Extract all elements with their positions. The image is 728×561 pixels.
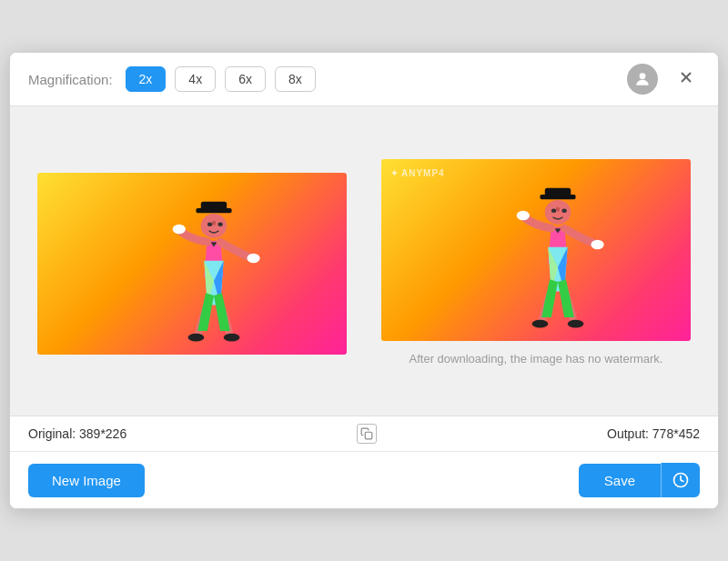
save-history-button[interactable] [661,463,700,497]
svg-point-11 [247,254,259,264]
output-subtext: After downloading, the image has no wate… [381,350,691,368]
original-panel [28,128,356,399]
mag-btn-4x[interactable]: 4x [175,66,216,92]
original-dimensions: Original: 389*226 [28,426,126,441]
svg-point-22 [591,240,603,250]
svg-point-24 [568,320,584,328]
svg-point-17 [551,209,556,213]
svg-point-6 [207,222,212,225]
svg-point-5 [201,214,227,238]
copy-button[interactable] [357,424,377,444]
watermark: ✦ ANYMP4 [390,168,445,178]
svg-point-10 [173,225,186,235]
history-icon [672,472,689,488]
person-icon [633,70,652,88]
save-button[interactable]: Save [579,464,661,497]
svg-rect-19 [556,207,560,211]
svg-point-21 [517,211,530,221]
svg-point-12 [188,334,205,342]
output-dimensions: Output: 778*452 [607,426,700,441]
mag-btn-2x[interactable]: 2x [126,66,167,92]
svg-point-0 [640,73,646,79]
svg-point-18 [561,209,566,213]
output-image: ✦ ANYMP4 [381,159,691,341]
close-icon [678,69,694,85]
svg-point-16 [545,200,571,225]
watermark-icon: ✦ [390,168,399,178]
dancer-output [503,186,612,332]
output-panel: ✦ ANYMP4 [372,128,700,399]
main-content: ✦ ANYMP4 [10,106,718,416]
original-image [37,173,347,355]
svg-rect-15 [545,188,571,198]
magnification-label: Magnification: [28,72,113,87]
watermark-label: ANYMP4 [401,168,445,178]
svg-point-7 [217,222,222,225]
header: Magnification: 2x 4x 6x 8x [10,53,718,106]
output-image-box: ✦ ANYMP4 [381,159,691,368]
info-bar: Original: 389*226 Output: 778*452 [10,416,718,451]
save-group: Save [579,463,700,497]
svg-rect-25 [365,432,372,439]
original-image-box [37,173,347,355]
svg-rect-8 [212,221,216,225]
main-dialog: Magnification: 2x 4x 6x 8x [9,52,719,509]
mag-btn-6x[interactable]: 6x [225,66,266,92]
footer-bar: New Image Save [10,451,718,508]
svg-rect-4 [201,202,227,212]
mag-btn-8x[interactable]: 8x [275,66,316,92]
svg-point-23 [532,320,549,328]
close-button[interactable] [672,67,700,91]
copy-icon [360,427,373,440]
new-image-button[interactable]: New Image [28,464,145,497]
dancer-original [159,200,268,346]
svg-point-13 [224,334,240,342]
avatar-button[interactable] [627,64,658,95]
